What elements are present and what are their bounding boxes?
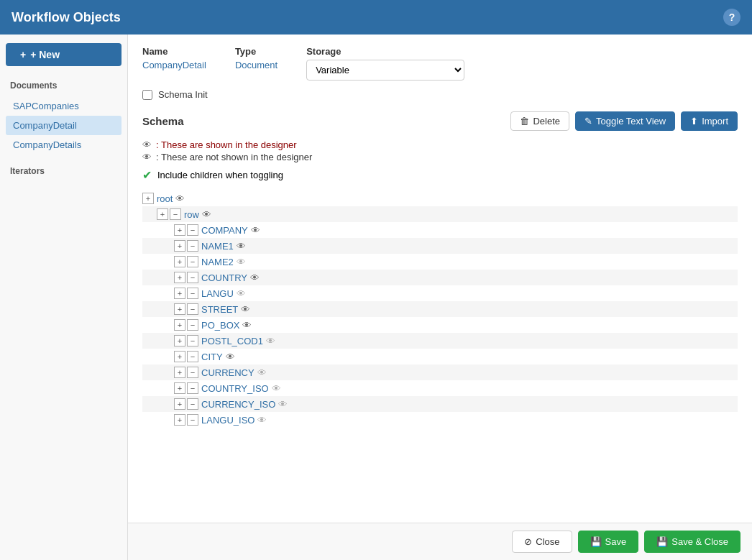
expand-po-box-plus[interactable]: + <box>174 319 185 331</box>
expand-currency-iso-plus[interactable]: + <box>174 398 185 410</box>
eye-street[interactable]: 👁 <box>241 304 250 315</box>
tree-row-street: + − STREET 👁 <box>142 301 738 317</box>
type-value: Document <box>235 60 278 70</box>
content-area: Name CompanyDetail Type Document Storage… <box>128 35 752 560</box>
footer: ⊘ Close 💾 Save 💾 Save & Close <box>128 523 752 560</box>
expand-currency-iso-minus[interactable]: − <box>187 398 198 410</box>
tree-row-currency-iso: + − CURRENCY_ISO 👁 <box>142 396 738 412</box>
expand-langu-minus[interactable]: − <box>187 288 198 299</box>
legend-not-shown-text: : These are not shown in the designer <box>156 152 312 162</box>
app-header: Workflow Objects ? <box>0 0 752 35</box>
help-button[interactable]: ? <box>723 9 740 26</box>
checkmark-icon: ✔ <box>142 168 152 182</box>
save-button[interactable]: 💾 Save <box>578 531 639 553</box>
type-label: Type <box>235 46 278 57</box>
expand-country-minus[interactable]: − <box>187 272 198 283</box>
schema-header: Schema 🗑 Delete ✎ Toggle Text View ⬆ Imp… <box>142 111 738 131</box>
schema-init-checkbox[interactable] <box>142 90 152 100</box>
expand-currency-minus[interactable]: − <box>187 367 198 378</box>
expand-street-plus[interactable]: + <box>174 303 185 315</box>
expand-name1-plus[interactable]: + <box>174 240 185 252</box>
eye-company[interactable]: 👁 <box>251 225 260 236</box>
save-icon: 💾 <box>590 536 602 547</box>
tree-row-country-iso: + − COUNTRY_ISO 👁 <box>142 380 738 396</box>
app-title: Workflow Objects <box>12 10 121 25</box>
expand-city-plus[interactable]: + <box>174 351 185 362</box>
tree-label-po-box: PO_BOX <box>201 320 239 331</box>
expand-row-plus[interactable]: + <box>157 208 168 220</box>
import-button[interactable]: ⬆ Import <box>681 111 738 131</box>
schema-legend: 👁 : These are shown in the designer 👁 : … <box>142 139 738 162</box>
tree-label-langu-iso: LANGU_ISO <box>201 415 255 426</box>
sidebar-item-companydetail[interactable]: CompanyDetail <box>6 116 121 135</box>
tree-label-city: CITY <box>201 352 223 362</box>
tree-row-country: + − COUNTRY 👁 <box>142 270 738 285</box>
eye-country-iso[interactable]: 👁 <box>272 383 281 394</box>
expand-country-iso-plus[interactable]: + <box>174 382 185 394</box>
tree-row-langu: + − LANGU 👁 <box>142 285 738 301</box>
eye-root[interactable]: 👁 <box>175 193 185 204</box>
tree-label-name2: NAME2 <box>201 257 234 267</box>
eye-country[interactable]: 👁 <box>250 272 260 283</box>
expand-company-plus[interactable]: + <box>174 224 185 236</box>
save-close-button[interactable]: 💾 Save & Close <box>644 531 740 553</box>
include-children-label: Include children when toggling <box>157 170 283 180</box>
eye-langu-iso[interactable]: 👁 <box>257 415 267 426</box>
new-button[interactable]: + + New <box>6 43 121 66</box>
sidebar-item-sapcompanies[interactable]: SAPCompanies <box>6 96 121 116</box>
schema-tree: + root 👁 + − row 👁 + − COMPANY 👁 + <box>142 191 738 428</box>
eye-name1[interactable]: 👁 <box>237 241 246 252</box>
form-header-row: Name CompanyDetail Type Document Storage… <box>142 46 738 81</box>
eye-currency-iso[interactable]: 👁 <box>278 399 288 410</box>
expand-name2-plus[interactable]: + <box>174 256 185 267</box>
toggle-text-view-button[interactable]: ✎ Toggle Text View <box>575 111 675 131</box>
tree-label-currency: CURRENCY <box>201 367 255 378</box>
tree-row-company: + − COMPANY 👁 <box>142 222 738 238</box>
close-button[interactable]: ⊘ Close <box>512 531 572 553</box>
legend-shown-text: : These are shown in the designer <box>156 139 297 150</box>
expand-langu-iso-plus[interactable]: + <box>174 414 185 426</box>
expand-postl-cod1-minus[interactable]: − <box>187 335 198 346</box>
sidebar-item-companydetails[interactable]: CompanyDetails <box>6 135 121 155</box>
tree-label-country: COUNTRY <box>201 272 247 283</box>
tree-label-street: STREET <box>201 304 238 315</box>
expand-postl-cod1-plus[interactable]: + <box>174 335 185 346</box>
expand-root[interactable]: + <box>142 193 154 204</box>
expand-street-minus[interactable]: − <box>187 303 198 315</box>
eye-currency[interactable]: 👁 <box>257 367 267 378</box>
expand-name1-minus[interactable]: − <box>187 240 198 252</box>
expand-row-minus[interactable]: − <box>170 208 181 220</box>
expand-name2-minus[interactable]: − <box>187 256 198 267</box>
tree-row-city: + − CITY 👁 <box>142 349 738 364</box>
expand-langu-plus[interactable]: + <box>174 288 185 299</box>
tree-row-currency: + − CURRENCY 👁 <box>142 364 738 380</box>
expand-city-minus[interactable]: − <box>187 351 198 362</box>
eye-row[interactable]: 👁 <box>202 209 211 220</box>
expand-currency-plus[interactable]: + <box>174 367 185 378</box>
tree-label-name1: NAME1 <box>201 241 234 252</box>
expand-po-box-minus[interactable]: − <box>187 319 198 331</box>
name-label: Name <box>142 46 206 57</box>
expand-country-iso-minus[interactable]: − <box>187 382 198 394</box>
expand-country-plus[interactable]: + <box>174 272 185 283</box>
delete-button[interactable]: 🗑 Delete <box>510 111 569 131</box>
tree-label-row: row <box>184 209 199 220</box>
schema-init-row: Schema Init <box>142 89 738 100</box>
iterators-section: Iterators <box>6 163 121 179</box>
eye-shown-icon: 👁 <box>142 139 152 150</box>
sidebar: + + New Documents SAPCompanies CompanyDe… <box>0 35 128 560</box>
eye-po-box[interactable]: 👁 <box>242 320 252 331</box>
expand-company-minus[interactable]: − <box>187 224 198 236</box>
expand-langu-iso-minus[interactable]: − <box>187 414 198 426</box>
schema-actions: 🗑 Delete ✎ Toggle Text View ⬆ Import <box>510 111 738 131</box>
iterators-section-title: Iterators <box>6 163 121 179</box>
tree-label-root: root <box>157 193 173 204</box>
tree-row-name2: + − NAME2 👁 <box>142 254 738 270</box>
close-icon: ⊘ <box>524 536 532 547</box>
name-field: Name CompanyDetail <box>142 46 206 70</box>
eye-city[interactable]: 👁 <box>226 352 235 362</box>
eye-langu[interactable]: 👁 <box>237 288 246 299</box>
storage-select[interactable]: Variable Session Global <box>306 60 464 81</box>
eye-postl-cod1[interactable]: 👁 <box>266 336 275 346</box>
eye-name2[interactable]: 👁 <box>237 257 246 267</box>
